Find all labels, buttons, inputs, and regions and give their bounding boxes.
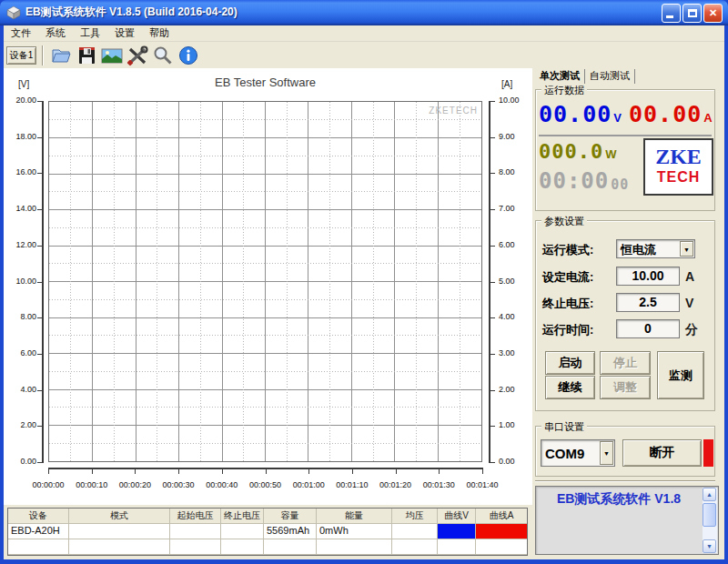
left-axis-tick [37,282,42,283]
menu-tools[interactable]: 工具 [73,25,107,41]
cell-start-voltage [170,524,221,539]
cell-avg-voltage [392,524,438,539]
run-data-separator [539,135,712,136]
table-row[interactable] [8,539,527,555]
com-port-select[interactable]: COM9 ▼ [541,439,615,467]
menu-settings[interactable]: 设置 [107,25,142,41]
left-axis-tick [37,462,42,463]
cell-avg-voltage [392,539,438,555]
right-axis-tick [490,282,495,283]
run-data-legend: 运行数据 [541,84,587,97]
minimize-icon [666,15,673,18]
right-axis-tick [490,246,495,247]
menu-system[interactable]: 系统 [38,25,73,41]
header-capacity: 容量 [264,509,317,524]
right-axis-tick [490,426,495,427]
message-text: EB测试系统软件 V1.8 [536,491,702,508]
plot-area: ZKETECH [48,101,482,462]
open-file-button[interactable] [48,44,74,67]
message-scrollbar[interactable]: ▲ ▼ [703,488,717,553]
tab-auto-test[interactable]: 自动测试 [585,69,635,84]
maximize-button[interactable] [682,4,702,23]
header-end-voltage: 终止电压 [221,509,264,524]
left-axis-tick [37,209,42,210]
monitor-button[interactable]: 监测 [657,351,704,399]
table-header-row: 设备 模式 起始电压 终止电压 容量 能量 均压 曲线V 曲线A [8,509,527,524]
start-button[interactable]: 启动 [545,351,595,375]
adjust-button[interactable]: 调整 [600,376,651,399]
scrollbar-thumb[interactable] [703,503,716,527]
scroll-up-arrow-icon[interactable]: ▲ [703,488,716,501]
table-row[interactable]: EBD-A20H 5569mAh 0mWh [8,524,527,539]
right-axis-tick-label: 8.00 [499,167,531,176]
tab-single-test[interactable]: 单次测试 [535,69,585,84]
right-axis-tick-label: 6.00 [499,240,531,249]
x-axis-tick [222,469,223,474]
x-axis-tick [482,469,483,474]
left-axis-tick-label: 2.00 [4,420,36,429]
left-axis-tick-label: 6.00 [4,348,36,358]
magnifier-icon [152,45,174,66]
cell-curve-a-swatch [476,539,527,555]
window-title: EB测试系统软件 V1.8.5 (Build 2016-04-20) [25,0,238,25]
x-axis-tick [135,469,136,474]
elapsed-time-display: 00:00 00 [539,169,629,193]
logo-line1: ZKE [645,144,712,169]
menu-help[interactable]: 帮助 [142,25,177,41]
cutoff-voltage-label: 终止电压: [542,296,593,312]
right-axis-tick [490,101,495,102]
mode-dropdown-arrow-icon[interactable]: ▼ [680,241,693,257]
close-button[interactable]: ✕ [703,4,723,23]
disconnect-button[interactable]: 断开 [622,439,702,467]
open-folder-icon [50,45,72,66]
x-axis-tick [352,469,353,474]
header-start-voltage: 起始电压 [170,509,221,524]
mode-label: 运行模式: [542,242,593,258]
device-table: 设备 模式 起始电压 终止电压 容量 能量 均压 曲线V 曲线A EBD-A20… [7,508,528,556]
cell-capacity [264,539,317,555]
menu-file[interactable]: 文件 [4,25,38,41]
x-axis-tick [178,469,179,474]
com-port-dropdown-arrow-icon[interactable]: ▼ [600,441,613,465]
left-axis-tick-label: 4.00 [4,385,36,394]
header-avg-voltage: 均压 [392,509,438,524]
left-axis-tick [37,137,42,138]
scroll-down-arrow-icon[interactable]: ▼ [703,539,716,553]
tools-button[interactable] [125,44,150,67]
cell-energy [317,539,392,555]
voltage-value: 00.00 [539,103,612,126]
menu-bar: 文件 系统 工具 设置 帮助 [4,25,724,42]
cell-energy: 0mWh [317,524,392,539]
header-curve-a: 曲线A [476,509,527,524]
header-curve-v: 曲线V [438,509,476,524]
cell-mode [69,539,170,555]
left-axis-tick-label: 8.00 [4,312,36,321]
right-axis-tick-label: 7.00 [499,204,531,213]
device-1-button[interactable]: 设备1 [6,46,36,65]
left-axis-tick-label: 0.00 [4,457,36,466]
x-axis-tick-label: 00:01:40 [457,480,508,489]
chart-panel: EB Tester Software [V] [A] ZKETECH 20.00… [4,68,532,505]
run-time-label: 运行时间: [542,322,593,338]
close-icon: ✕ [709,7,717,18]
zoom-button[interactable] [150,44,176,67]
stop-button[interactable]: 停止 [600,351,651,375]
right-axis-tick [490,390,495,391]
cutoff-voltage-input[interactable]: 2.5 [616,293,680,312]
run-time-input[interactable]: 0 [616,319,680,338]
cell-mode [69,524,170,539]
picture-icon [100,45,124,66]
right-axis-unit: [A] [501,79,512,89]
right-axis-tick-label: 9.00 [499,132,531,141]
export-image-button[interactable] [99,44,125,67]
set-current-input[interactable]: 10.00 [616,267,680,286]
toolbar: 设备1 [4,42,724,68]
right-axis-tick [490,137,495,138]
minimize-button[interactable] [662,4,681,23]
about-button[interactable] [176,44,201,67]
params-group: 参数设置 运行模式: 恒电流 ▼ 设定电流: 10.00 A 终止电压: 2.5… [535,220,715,411]
app-window: EB测试系统软件 V1.8.5 (Build 2016-04-20) ✕ 文件 … [0,0,728,564]
mode-select[interactable]: 恒电流 ▼ [616,239,695,258]
resume-button[interactable]: 继续 [545,376,595,399]
save-button[interactable] [74,44,99,67]
